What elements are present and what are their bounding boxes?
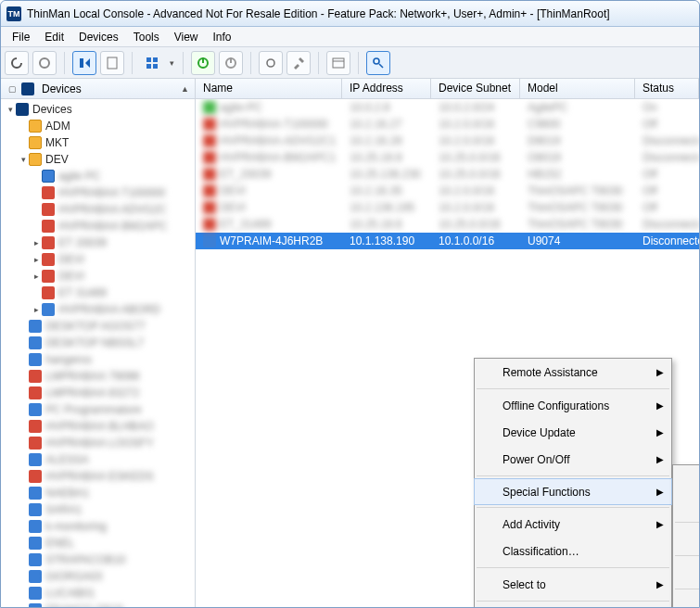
run-icon[interactable] [72, 51, 96, 75]
ctx-classification[interactable]: Classification… [475, 538, 671, 564]
table-row[interactable]: HVPRABAA-T10000010.2.16.2710.2.0.0/16C98… [196, 116, 699, 133]
device-icon [29, 370, 42, 383]
tree-item[interactable]: ET 31489 [58, 286, 107, 299]
table-row[interactable]: DEVI10.2.16.3510.2.0.0/16ThinOSAPC T8030… [196, 183, 699, 199]
tree-item[interactable]: STRAPACOB10 [45, 553, 125, 566]
svg-point-12 [374, 58, 379, 64]
ctx-special-functions[interactable]: Special Functions▶ [474, 478, 672, 505]
ctx-set-password[interactable]: Set Device Password [673, 465, 699, 492]
tree-item[interactable]: DESKTOP AGOS77 [45, 320, 146, 333]
collapse-icon[interactable]: ▢ [6, 84, 18, 94]
menu-tools[interactable]: Tools [126, 29, 167, 45]
tree-dev[interactable]: DEV [45, 153, 69, 166]
tree-item[interactable]: DESKTOP NBSSL7 [45, 336, 144, 349]
tree-item[interactable]: HVPRABAA LOOSFY [45, 437, 154, 450]
tree-item[interactable]: DEVI [58, 270, 84, 283]
col-ip[interactable]: IP Address [342, 79, 431, 98]
power-icon[interactable] [191, 51, 215, 75]
grid-view-icon[interactable] [140, 51, 164, 75]
col-subnet[interactable]: Device Subnet [431, 79, 520, 98]
ctx-select-to[interactable]: Select to▶ [475, 571, 671, 598]
grid-body[interactable]: agile-PC10.0.2.810.0.2.0/24AgilePCOn HVP… [196, 99, 699, 607]
ctx-remote-assistance[interactable]: Remote Assistance▶ [475, 359, 671, 386]
svg-rect-2 [146, 57, 151, 62]
table-row[interactable]: ET_2003910.25.138.23010.25.0.0/16HB152Of… [196, 166, 699, 183]
tree-item[interactable]: k-monitoring [45, 520, 107, 533]
chevron-right-icon: ▶ [656, 427, 664, 437]
stop-icon[interactable] [32, 51, 57, 75]
menu-edit[interactable]: Edit [37, 29, 71, 45]
tree-scroll-up-icon[interactable]: ▲ [181, 84, 189, 94]
tree-adm[interactable]: ADM [45, 120, 70, 133]
context-menu: Remote Assistance▶ Offline Configuration… [474, 358, 672, 607]
tree-mkt[interactable]: MKT [45, 136, 69, 149]
ctx-device-update[interactable]: Device Update▶ [475, 419, 671, 446]
device-icon [29, 320, 42, 333]
col-status[interactable]: Status [635, 79, 699, 98]
ctx-power[interactable]: Power On/Off▶ [475, 446, 671, 473]
tree-item[interactable]: hangeros [45, 353, 92, 366]
table-row[interactable]: HVPRABAA-BM2APC110.25.18.810.25.0.0/16O8… [196, 149, 699, 166]
devices-root-icon [16, 103, 29, 116]
tree-item[interactable]: HVPRABAA ABORD [58, 303, 160, 316]
table-row[interactable]: DEVI10.2.138.19510.2.0.0/16ThinOSAPC T80… [196, 199, 699, 216]
doc-icon[interactable] [100, 51, 124, 75]
tree-item[interactable]: ENEL [45, 537, 74, 550]
col-name[interactable]: Name [196, 79, 342, 98]
device-icon [42, 203, 55, 216]
power-off-icon[interactable] [219, 51, 243, 75]
tree-item[interactable]: PC Programmatore [45, 403, 141, 416]
sync-icon[interactable] [259, 51, 283, 75]
table-row[interactable]: agile-PC10.0.2.810.0.2.0/24AgilePCOn [196, 99, 699, 116]
tree-item[interactable]: agile PC [58, 170, 100, 183]
refresh-icon[interactable] [5, 51, 29, 75]
tree-item[interactable]: DEVI [58, 253, 84, 266]
window-icon[interactable] [326, 51, 350, 75]
tools-icon[interactable] [286, 51, 311, 75]
ctx-execute-commit[interactable]: Execute Commit [673, 559, 699, 586]
tree-item[interactable]: HVPRABAA ESKEDS [45, 470, 154, 483]
device-icon [29, 470, 42, 483]
tree-item[interactable]: ALESSA [45, 453, 89, 466]
menu-file[interactable]: File [5, 29, 37, 45]
search-user-icon[interactable] [366, 51, 390, 75]
ctx-add-activity[interactable]: Add Activity▶ [475, 511, 671, 538]
device-icon [29, 553, 42, 566]
tree-item[interactable]: SARA1 [45, 503, 82, 516]
tree-pane: ▢ Devices ▲ ▾Devices ADM MKT ▾DEV agile … [1, 79, 196, 607]
tree-item[interactable]: HVPRABAA T100000 [58, 186, 165, 199]
menu-devices[interactable]: Devices [71, 29, 126, 45]
col-model[interactable]: Model [520, 79, 635, 98]
ctx-send-command[interactable]: Send Custom Command [673, 592, 699, 607]
tree-item[interactable]: NAEBA1 [45, 487, 89, 500]
tree-item[interactable]: FRANCO Q819 [45, 603, 122, 607]
context-submenu: Set Device Password Set ThinMan Server A… [672, 464, 699, 607]
tree-item[interactable]: LMPRABAA 79098 [45, 370, 139, 383]
svg-rect-4 [146, 64, 151, 69]
tree-item[interactable]: LMPRABAA 83272 [45, 386, 139, 399]
svg-point-0 [40, 58, 49, 68]
svg-rect-1 [108, 57, 117, 69]
device-icon [29, 487, 42, 500]
tree-item[interactable]: HVPRABAA BM2APC [58, 220, 167, 233]
ctx-move-to[interactable]: Move To… [475, 604, 671, 607]
ctx-set-server[interactable]: Set ThinMan Server Address [673, 492, 699, 519]
table-row[interactable]: HVPRABAA-ADVG2C110.2.16.2810.2.0.0/16D80… [196, 133, 699, 149]
menu-view[interactable]: View [167, 29, 206, 45]
tree-item[interactable]: GIORGA03 [45, 570, 102, 583]
menu-info[interactable]: Info [206, 29, 239, 45]
device-icon [29, 570, 42, 583]
toolbar: ▾ [1, 47, 699, 79]
tree-root[interactable]: Devices [32, 103, 72, 116]
tree-item[interactable]: ET 20039 [58, 236, 107, 249]
tree-item[interactable]: LUCAB01 [45, 587, 95, 600]
ctx-offline-config[interactable]: Offline Configurations▶ [475, 392, 671, 419]
view-dropdown-icon[interactable]: ▾ [168, 58, 175, 68]
table-row-selected[interactable]: W7PRAIM-4J6HR2B 10.1.138.190 10.1.0.0/16… [196, 233, 699, 249]
tree-item[interactable]: HVPRABAA ADVG2C [58, 203, 167, 216]
ctx-change-hostname[interactable]: Change Device Hostname [673, 526, 699, 552]
tree-item[interactable]: HVPRABAA BLHBAO [45, 420, 154, 433]
device-icon [29, 603, 42, 607]
table-row[interactable]: ET_3148910.25.18.610.25.0.0/16ThinOSAPC … [196, 216, 699, 233]
tree-body[interactable]: ▾Devices ADM MKT ▾DEV agile PC HVPRABAA … [1, 99, 195, 607]
